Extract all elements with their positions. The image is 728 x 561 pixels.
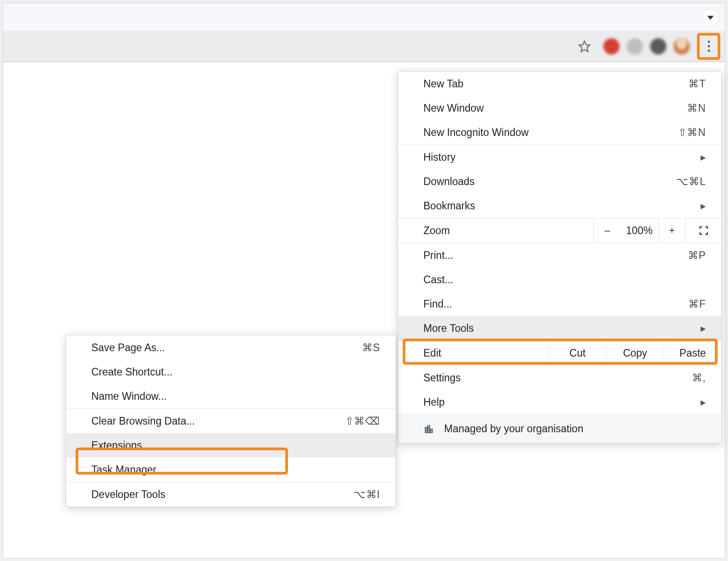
menu-item-print[interactable]: Print... ⌘P (398, 243, 721, 267)
menu-item-cast[interactable]: Cast... (398, 267, 721, 292)
shortcut-text: ⌘, (692, 372, 706, 384)
zoom-out-button[interactable]: – (593, 218, 620, 243)
zoom-in-button[interactable]: + (658, 218, 685, 243)
zoom-value: 100% (620, 218, 658, 243)
submenu-item-save-page[interactable]: Save Page As... ⌘S (66, 335, 395, 360)
toolbar (3, 31, 725, 62)
managed-label: Managed by your organisation (444, 423, 583, 435)
paste-button[interactable]: Paste (664, 341, 721, 365)
titlebar (3, 3, 725, 31)
shortcut-text: ⌘F (688, 298, 706, 310)
edit-label: Edit (398, 341, 548, 365)
annotation-dropdown-badge (702, 9, 719, 26)
more-tools-submenu: Save Page As... ⌘S Create Shortcut... Na… (66, 335, 396, 507)
menu-item-new-window[interactable]: New Window ⌘N (398, 96, 721, 120)
extension-icon-3[interactable] (650, 38, 666, 54)
chevron-right-icon: ▸ (701, 151, 706, 163)
cut-button[interactable]: Cut (548, 341, 606, 365)
menu-item-bookmarks[interactable]: Bookmarks ▸ (398, 194, 721, 218)
chevron-right-icon: ▸ (701, 322, 706, 335)
extension-icon-2[interactable] (627, 38, 643, 54)
chevron-right-icon: ▸ (701, 396, 706, 408)
menu-item-new-tab[interactable]: New Tab ⌘T (398, 72, 721, 96)
triangle-down-icon (707, 16, 714, 20)
annotation-highlight-more-button (697, 33, 720, 60)
submenu-item-extensions[interactable]: Extensions (66, 433, 395, 457)
menu-item-help[interactable]: Help ▸ (398, 390, 721, 414)
chrome-main-menu: New Tab ⌘T New Window ⌘N New Incognito W… (398, 71, 722, 443)
shortcut-text: ⌘P (688, 249, 706, 262)
submenu-item-create-shortcut[interactable]: Create Shortcut... (66, 360, 395, 384)
organisation-icon (423, 424, 434, 434)
svg-marker-0 (579, 41, 589, 51)
extension-icon-1[interactable] (603, 38, 620, 54)
menu-item-settings[interactable]: Settings ⌘, (398, 366, 721, 390)
submenu-item-developer-tools[interactable]: Developer Tools ⌥⌘I (66, 482, 395, 507)
shortcut-text: ⇧⌘⌫ (345, 415, 380, 427)
menu-item-downloads[interactable]: Downloads ⌥⌘L (398, 169, 721, 194)
submenu-item-name-window[interactable]: Name Window... (66, 384, 395, 408)
profile-avatar[interactable] (674, 38, 690, 54)
shortcut-text: ⌥⌘L (676, 176, 706, 188)
submenu-item-clear-browsing-data[interactable]: Clear Browsing Data... ⇧⌘⌫ (66, 409, 395, 433)
menu-item-zoom: Zoom – 100% + (398, 218, 721, 243)
more-menu-button[interactable] (700, 36, 718, 56)
menu-item-new-incognito[interactable]: New Incognito Window ⇧⌘N (398, 120, 721, 145)
copy-button[interactable]: Copy (606, 341, 664, 365)
shortcut-text: ⌘S (362, 342, 380, 354)
submenu-item-task-manager[interactable]: Task Manager (66, 457, 395, 482)
menu-item-history[interactable]: History ▸ (398, 145, 721, 169)
zoom-label: Zoom (398, 218, 593, 243)
menu-item-more-tools[interactable]: More Tools ▸ (398, 316, 721, 340)
fullscreen-button[interactable] (685, 218, 721, 243)
bookmark-star-icon[interactable] (578, 40, 591, 53)
shortcut-text: ⇧⌘N (678, 127, 706, 139)
menu-item-edit: Edit Cut Copy Paste (398, 340, 721, 366)
shortcut-text: ⌘N (687, 102, 706, 114)
menu-item-find[interactable]: Find... ⌘F (398, 292, 721, 316)
shortcut-text: ⌥⌘I (354, 489, 380, 501)
shortcut-text: ⌘T (688, 78, 706, 90)
managed-by-org[interactable]: Managed by your organisation (398, 414, 721, 443)
chevron-right-icon: ▸ (701, 200, 706, 212)
